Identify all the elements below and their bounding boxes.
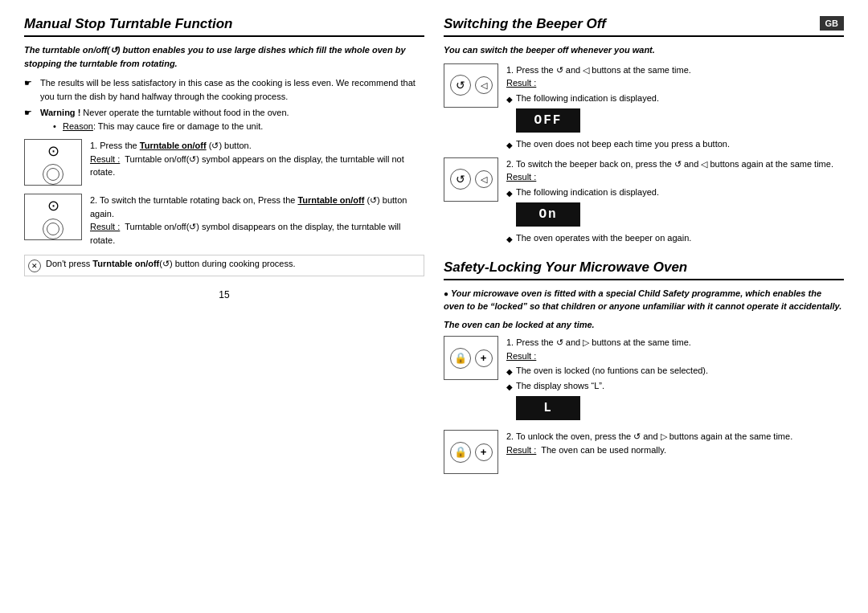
beeper-step2-text: 2. To switch the beeper back on, press t… — [506, 157, 844, 245]
safety-dial-pair-2: 🔒 + — [450, 442, 493, 463]
safety-section-title: Safety-Locking Your Microwave Oven — [444, 260, 844, 280]
page-container: Manual Stop Turntable Function The turnt… — [24, 16, 844, 480]
safety-result-label-1: Result : — [506, 351, 536, 361]
safety-step1-text: 1. Press the ↺ and ▷ buttons at the same… — [506, 336, 844, 423]
reason-item: Reason: This may cauce fire or damage to… — [53, 120, 424, 133]
beeper-bullet2-1: The following indication is displayed. — [516, 186, 659, 199]
safety-intro1: ● Your microwave oven is fitted with a s… — [444, 287, 844, 313]
result-text-1: Turntable on/off(↺) symbol appears on th… — [90, 154, 404, 178]
turntable-bold-1: Turntable on/off — [140, 141, 207, 150]
dial-arrow-right-1: ◁ — [475, 76, 493, 94]
dial-turntable-right-2: ↺ — [450, 169, 471, 190]
beeper-step2: ↺ ◁ 2. To switch the beeper back on, pre… — [444, 157, 844, 245]
left-bullets: The results will be less satisfactory in… — [24, 76, 424, 133]
turntable-icon-1: ⊙ — [43, 141, 63, 161]
beeper-result-label-2: Result : — [506, 172, 536, 182]
beeper-result-label-1: Result : — [506, 78, 536, 88]
beeper-oven-1: ↺ ◁ — [444, 63, 498, 108]
left-step2-num: 2. — [90, 195, 97, 205]
safety-intro2: The oven can be locked at any time. — [444, 318, 844, 332]
beeper-result-line-1: ◆ The following indication is displayed. — [506, 92, 844, 105]
safety-step1-instruction: Press the ↺ and ▷ buttons at the same ti… — [516, 337, 691, 347]
gb-badge: GB — [820, 16, 845, 31]
beeper-step1-num: 1. — [506, 65, 514, 75]
beeper-oven-2: ↺ ◁ — [444, 157, 498, 202]
dial-2 — [43, 219, 63, 239]
safety-intro-text1: Your microwave oven is fitted with a spe… — [444, 288, 841, 312]
safety-section: Safety-Locking Your Microwave Oven ● You… — [444, 260, 844, 475]
left-step1-text: 1. Press the Turntable on/off (↺) button… — [90, 139, 424, 179]
safety-dial-pair-1: 🔒 + — [450, 348, 493, 369]
beeper-step2-num: 2. — [506, 159, 514, 169]
diamond-6: ◆ — [506, 381, 513, 393]
safety-result-line-1: ◆ The oven is locked (no funtions can be… — [506, 364, 844, 378]
right-intro: You can switch the beeper off whenever y… — [444, 43, 844, 57]
page-number: 15 — [24, 289, 424, 300]
safety-oven-2: 🔒 + — [444, 430, 498, 474]
result-text-2: Turntable on/off(↺) symbol disappears on… — [90, 222, 400, 245]
result-label-1: Result : — [90, 154, 120, 164]
safety-result-line-2: ◆ The display shows “L”. — [506, 379, 844, 393]
left-section-title: Manual Stop Turntable Function — [24, 16, 424, 37]
turntable-bold-note: Turntable on/off — [92, 259, 159, 268]
safety-result-text-2: The oven can be used normally. — [541, 445, 666, 455]
dial-arrow-right-2: ◁ — [475, 170, 493, 188]
left-step2-text: 2. To switch the turntable rotating back… — [90, 194, 424, 247]
beeper-step2-instruction: To switch the beeper back on, press the … — [516, 159, 833, 169]
left-bullet-1: The results will be less satisfactory in… — [24, 76, 424, 103]
left-step1-container: ⊙ 1. Press the Turntable on/off (↺) butt… — [24, 139, 424, 186]
turntable-bold-2: Turntable on/off — [297, 195, 364, 205]
left-step1-num: 1. — [90, 141, 97, 150]
safety-display-1: L — [516, 396, 580, 420]
left-note: ✕ Don't press Turntable on/off(↺) button… — [24, 255, 424, 276]
right-section-title: Switching the Beeper Off — [444, 16, 844, 37]
safety-oven-1: 🔒 + — [444, 336, 498, 380]
reason-text: : This may cauce fire or damage to the u… — [93, 121, 263, 131]
warning-label: Warning ! — [40, 108, 80, 117]
left-step2-container: ⊙ 2. To switch the turntable rotating ba… — [24, 194, 424, 247]
safety-bullet1-1: The oven is locked (no funtions can be s… — [516, 364, 708, 378]
beeper-bullet1-1: The following indication is displayed. — [516, 92, 659, 105]
safety-step2-text: 2. To unlock the oven, press the ↺ and ▷… — [506, 430, 844, 456]
diamond-1: ◆ — [506, 93, 513, 105]
plus-dial-2: + — [475, 443, 493, 461]
note-icon: ✕ — [28, 260, 41, 272]
note-text: Don't press Turntable on/off(↺) button d… — [46, 259, 295, 269]
beeper-result-line-2: ◆ The oven does not beep each time you p… — [506, 137, 844, 151]
left-intro: The turntable on/off(↺) button enables y… — [24, 43, 424, 70]
turntable-icon-2: ⊙ — [43, 195, 63, 216]
plus-dial-1: + — [475, 349, 493, 367]
left-oven-diagram-1: ⊙ — [24, 139, 82, 186]
beeper-display-1: OFF — [516, 108, 580, 133]
lock-dial-1: 🔒 — [450, 348, 471, 369]
dial-turntable-right-1: ↺ — [450, 75, 471, 96]
beeper-result-line-3: ◆ The following indication is displayed. — [506, 186, 844, 199]
right-column: GB Switching the Beeper Off You can swit… — [444, 16, 844, 480]
dial-pair-1: ↺ ◁ — [450, 75, 493, 96]
beeper-display-2: On — [516, 202, 580, 227]
left-column: Manual Stop Turntable Function The turnt… — [24, 16, 424, 480]
dial-1 — [43, 164, 63, 185]
lock-dial-2: 🔒 — [450, 442, 471, 463]
result-label-2: Result : — [90, 222, 120, 231]
safety-step1-num: 1. — [506, 337, 514, 347]
diamond-5: ◆ — [506, 366, 513, 378]
safety-bullet1-2: The display shows “L”. — [516, 379, 604, 393]
beeper-result-line-4: ◆ The oven operates with the beeper on a… — [506, 231, 844, 245]
diamond-4: ◆ — [506, 233, 513, 245]
beeper-step1: ↺ ◁ 1. Press the ↺ and ◁ buttons at the … — [444, 63, 844, 151]
beeper-bullet2-2: The oven operates with the beeper on aga… — [516, 231, 691, 245]
safety-step2: 🔒 + 2. To unlock the oven, press the ↺ a… — [444, 430, 844, 474]
diamond-2: ◆ — [506, 139, 513, 151]
safety-step2-instruction: To unlock the oven, press the ↺ and ▷ bu… — [516, 431, 792, 441]
beeper-step1-text: 1. Press the ↺ and ◁ buttons at the same… — [506, 63, 844, 151]
reason-label: Reason — [63, 121, 93, 131]
safety-step1: 🔒 + 1. Press the ↺ and ▷ buttons at the … — [444, 336, 844, 423]
dial-pair-2: ↺ ◁ — [450, 169, 493, 190]
left-bullet-2: Warning ! Never operate the turntable wi… — [24, 106, 424, 133]
safety-step2-num: 2. — [506, 431, 514, 441]
safety-result-label-2: Result : — [506, 445, 536, 455]
diamond-3: ◆ — [506, 187, 513, 199]
left-oven-diagram-2: ⊙ — [24, 194, 82, 240]
beeper-step1-instruction: Press the ↺ and ◁ buttons at the same ti… — [516, 65, 691, 75]
